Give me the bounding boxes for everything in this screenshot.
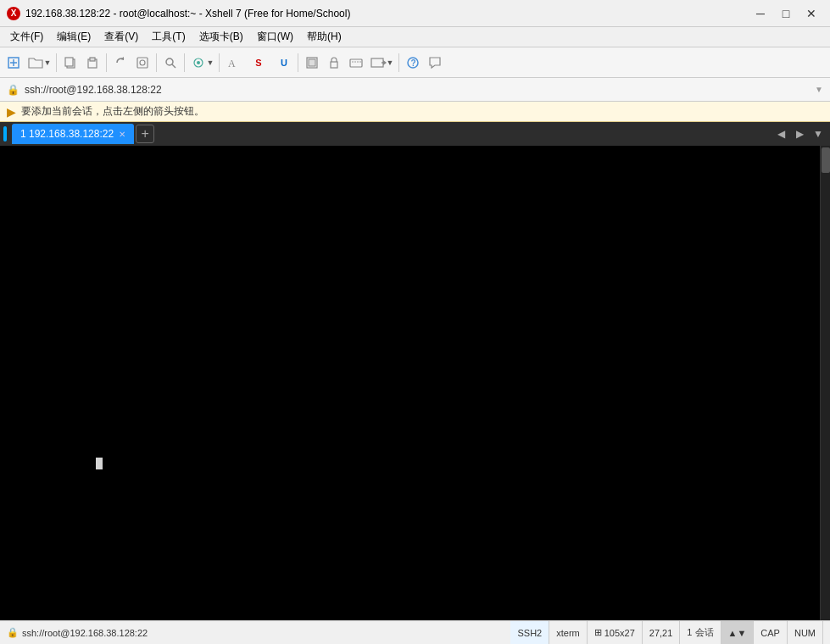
svg-rect-9 xyxy=(137,58,148,68)
tb-chat-button[interactable] xyxy=(425,53,445,73)
terminal-line: 64 bytes from 36.152.44.95 (36.152.44.95… xyxy=(5,375,815,386)
status-term-text: xterm xyxy=(556,628,580,638)
tab-close-icon[interactable]: ✕ xyxy=(119,130,125,139)
status-size-text: 105x27 xyxy=(604,628,635,638)
status-ssh-section: 🔒 ssh://root@192.168.38.128:22 xyxy=(7,627,510,638)
tab-active-indicator xyxy=(3,126,7,142)
tb-search-button[interactable] xyxy=(160,53,181,73)
window-title: 192.168.38.128:22 - root@localhost:~ - X… xyxy=(25,8,350,19)
status-cap-text: CAP xyxy=(760,628,780,638)
tab-navigation: ◀ ▶ ▼ xyxy=(772,125,827,142)
status-sessions-text: 1 会话 xyxy=(687,626,713,639)
terminal-line: ~64 bytes from 36.152.44.95 (36.152.44.9… xyxy=(5,197,815,208)
status-cursor-text: 27,21 xyxy=(649,628,673,638)
terminal-line: rtt min/avg/max/mdev = 12.821/18.365/166… xyxy=(5,446,815,458)
status-scroll: ▲▼ xyxy=(721,621,755,644)
terminal[interactable]: 64 bytes from 36.152.44.95 (36.152.44.95… xyxy=(0,146,820,620)
toolbar-separator-5 xyxy=(219,53,220,72)
tb-transfer-button[interactable]: ▼ xyxy=(368,53,395,73)
terminal-cursor xyxy=(96,458,103,469)
info-text: 要添加当前会话，点击左侧的箭头按钮。 xyxy=(21,104,204,119)
terminal-line: 64 bytes from 36.152.44.95 (36.152.44.95… xyxy=(5,291,815,303)
terminal-line: 64 bytes from 36.152.44.95 (36.152.44.95… xyxy=(5,268,815,280)
new-session-button[interactable] xyxy=(3,53,24,73)
svg-line-12 xyxy=(172,64,175,68)
terminal-line: ^C xyxy=(5,410,815,422)
info-arrow-icon: ▶ xyxy=(7,105,16,119)
tb-refresh-button[interactable] xyxy=(110,53,131,73)
maximize-button[interactable]: □ xyxy=(774,2,798,25)
status-sessions: 1 会话 xyxy=(680,621,721,644)
status-size-icon: ⊞ xyxy=(594,627,602,638)
close-button[interactable]: ✕ xyxy=(799,2,823,25)
tab-next-button[interactable]: ▶ xyxy=(791,125,808,142)
menu-tabs[interactable]: 选项卡(B) xyxy=(192,28,250,46)
terminal-line: 64 bytes from 36.152.44.95 (36.152.44.95… xyxy=(5,339,815,351)
menu-bar: 文件(F) 编辑(E) 查看(V) 工具(T) 选项卡(B) 窗口(W) 帮助(… xyxy=(0,27,830,47)
tab-menu-button[interactable]: ▼ xyxy=(810,125,827,142)
terminal-line: 64 bytes from 36.152.44.95 (36.152.44.95… xyxy=(5,363,815,375)
status-num: NUM xyxy=(788,621,823,644)
tb-paste-button[interactable] xyxy=(82,53,103,73)
terminal-line: 64 bytes from 36.152.44.95 (36.152.44.95… xyxy=(5,244,815,256)
tb-macro-button[interactable]: U xyxy=(274,53,294,73)
svg-rect-18 xyxy=(331,62,337,68)
tab-session-1[interactable]: 1 192.168.38.128:22 ✕ xyxy=(12,124,134,144)
minimize-button[interactable]: ─ xyxy=(749,2,772,25)
terminal-scrollbar[interactable] xyxy=(820,146,830,620)
window-controls: ─ □ ✕ xyxy=(749,2,823,25)
toolbar-separator-6 xyxy=(298,53,298,72)
terminal-line: 64 bytes from 36.152.44.95 (36.152.44.95… xyxy=(5,351,815,363)
tb-lock-button[interactable] xyxy=(324,53,344,73)
terminal-line: 64 bytes from 36.152.44.95 (36.152.44.95… xyxy=(5,303,815,315)
terminal-line: 64 bytes from 36.152.44.95 (36.152.44.95… xyxy=(5,232,815,244)
scrollbar-thumb[interactable] xyxy=(822,147,830,173)
tb-help-button[interactable]: ? xyxy=(403,53,423,73)
open-button[interactable]: ▼ xyxy=(25,53,53,73)
tb-theme-button[interactable]: ▼ xyxy=(188,53,215,73)
tab-prev-button[interactable]: ◀ xyxy=(772,125,789,142)
terminal-line: 64 bytes from 36.152.44.95 (36.152.44.95… xyxy=(5,220,815,232)
terminal-line: 64 bytes from 36.152.44.95 (36.152.44.95… xyxy=(5,185,815,197)
status-lock-icon: 🔒 xyxy=(7,627,19,638)
svg-point-10 xyxy=(140,60,145,65)
address-bar: 🔒 ssh://root@192.168.38.128:22 ▼ xyxy=(0,78,830,102)
title-bar: X 192.168.38.128:22 - root@localhost:~ -… xyxy=(0,0,830,27)
app-icon: X xyxy=(7,7,20,20)
terminal-line: 64 bytes from 36.152.44.95 (36.152.44.95… xyxy=(5,386,815,398)
status-bar: 🔒 ssh://root@192.168.38.128:22 SSH2 xter… xyxy=(0,620,830,644)
toolbar-separator-2 xyxy=(106,53,107,72)
address-dropdown-icon[interactable]: ▼ xyxy=(815,85,823,94)
toolbar: ▼ ▼ A S U ▼ ? xyxy=(0,47,830,78)
tb-config-button[interactable] xyxy=(132,53,153,73)
menu-view[interactable]: 查看(V) xyxy=(97,28,145,46)
status-ssh-text: ssh://root@192.168.38.128:22 xyxy=(22,628,148,638)
toolbar-separator-1 xyxy=(56,53,57,72)
menu-edit[interactable]: 编辑(E) xyxy=(50,28,97,46)
status-cap: CAP xyxy=(754,621,788,644)
status-protocol-text: SSH2 xyxy=(517,628,542,638)
terminal-line: 64 bytes from 36.152.44.95 (36.152.44.95… xyxy=(5,256,815,268)
tab-bar: 1 192.168.38.128:22 ✕ + ◀ ▶ ▼ xyxy=(0,122,830,146)
tb-font-button[interactable]: A xyxy=(223,53,243,73)
tb-fullscreen-button[interactable] xyxy=(302,53,322,73)
menu-help[interactable]: 帮助(H) xyxy=(300,28,348,46)
terminal-line: 228 packets transmitted, 228 received, 0… xyxy=(5,434,815,446)
tab-add-button[interactable]: + xyxy=(136,125,154,143)
terminal-line: `64 bytes from 36.152.44.95 (36.152.44.9… xyxy=(5,208,815,220)
menu-file[interactable]: 文件(F) xyxy=(3,28,50,46)
toolbar-separator-4 xyxy=(184,53,185,72)
tb-script-button[interactable]: S xyxy=(245,53,272,73)
svg-point-14 xyxy=(197,61,200,64)
svg-rect-19 xyxy=(350,59,362,67)
tb-copy-button[interactable] xyxy=(60,53,81,73)
svg-rect-24 xyxy=(371,58,383,67)
terminal-outer: 64 bytes from 36.152.44.95 (36.152.44.95… xyxy=(0,146,830,620)
svg-rect-5 xyxy=(65,58,73,66)
menu-window[interactable]: 窗口(W) xyxy=(250,28,300,46)
terminal-line: 64 bytes from 36.152.44.95 (36.152.44.95… xyxy=(5,173,815,185)
menu-tools[interactable]: 工具(T) xyxy=(145,28,192,46)
tb-keyboard-button[interactable] xyxy=(346,53,366,73)
svg-rect-7 xyxy=(90,58,95,61)
terminal-line: --- www.a.shifen.com ping statistics --- xyxy=(5,422,815,434)
